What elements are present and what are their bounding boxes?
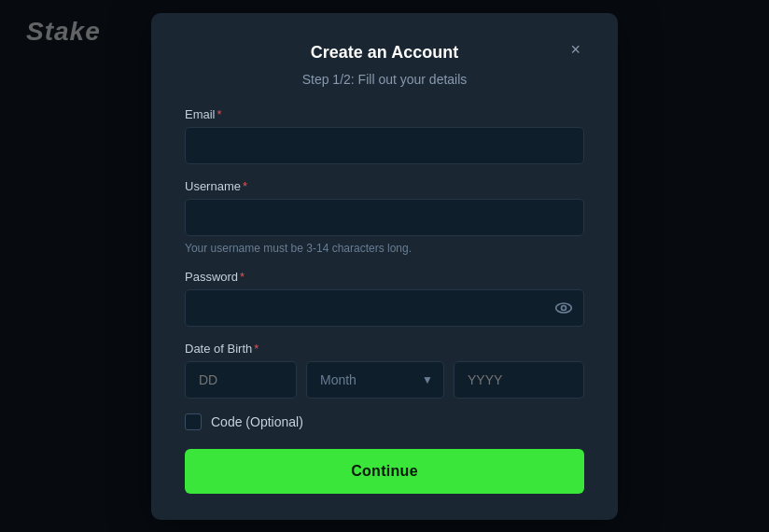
username-required: * [243,179,247,193]
modal-subtitle: Step 1/2: Fill out your details [185,72,584,87]
password-input[interactable] [185,289,584,327]
create-account-modal: Create an Account × Step 1/2: Fill out y… [151,13,618,520]
username-hint: Your username must be 3-14 characters lo… [185,242,584,255]
code-checkbox[interactable] [185,413,202,430]
svg-point-0 [556,303,572,313]
toggle-password-button[interactable] [554,299,573,317]
close-button[interactable]: × [566,39,584,60]
dob-label: Date of Birth* [185,342,584,356]
password-label: Password* [185,270,584,284]
dob-dd-wrapper [185,361,297,399]
email-required: * [217,107,222,121]
svg-point-1 [562,305,566,310]
modal-title: Create an Account [311,43,458,63]
modal-header: Create an Account × [185,43,584,63]
dob-required: * [254,342,259,356]
dob-group: Date of Birth* Month January February Ma… [185,342,584,399]
eye-icon [554,299,573,317]
dob-month-select[interactable]: Month January February March April May J… [306,361,444,399]
dob-year-wrapper [454,361,584,399]
continue-button[interactable]: Continue [185,449,584,494]
dob-year-input[interactable] [454,361,584,399]
dob-month-wrapper: Month January February March April May J… [306,361,444,399]
email-group: Email* [185,107,584,164]
password-group: Password* [185,270,584,327]
dob-row: Month January February March April May J… [185,361,584,399]
code-label[interactable]: Code (Optional) [211,414,303,429]
email-input[interactable] [185,127,584,164]
password-required: * [240,270,245,284]
dob-day-input[interactable] [185,361,297,399]
username-label: Username* [185,179,584,193]
username-group: Username* Your username must be 3-14 cha… [185,179,584,255]
code-row: Code (Optional) [185,413,584,430]
password-wrapper [185,289,584,327]
email-label: Email* [185,107,584,121]
username-input[interactable] [185,199,584,236]
